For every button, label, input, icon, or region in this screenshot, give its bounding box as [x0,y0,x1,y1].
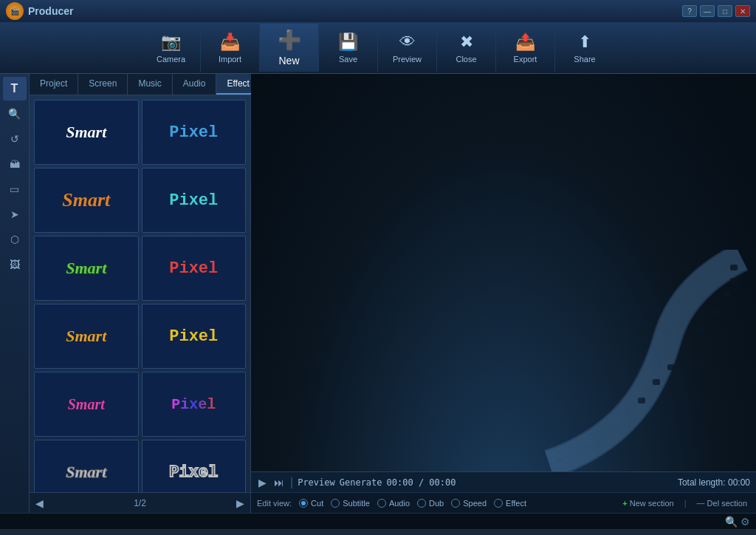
effect-label-2: Smart [62,189,110,211]
effect-item-6[interactable]: Smart [34,304,139,369]
radio-dub-label[interactable]: Dub [429,499,444,508]
step-forward-button[interactable]: ⏭ [272,477,286,488]
tool-landscape[interactable]: 🏔 [3,152,27,176]
radio-cut-input[interactable] [299,499,308,508]
play-button[interactable]: ▶ [257,477,268,488]
save-button[interactable]: 💾 Save [319,24,378,72]
effect-label-1: Pixel [169,123,218,142]
effect-item-9[interactable]: Pixel [142,372,247,437]
edit-view-label: Edit view: [257,499,292,508]
preview-canvas [251,74,756,471]
save-icon: 💾 [338,33,358,52]
effect-item-2[interactable]: Smart [34,168,139,233]
maximize-button[interactable]: □ [718,5,732,17]
help-button[interactable]: ? [682,5,697,17]
effect-item-3[interactable]: Pixel [142,168,247,233]
new-label: New [278,55,299,67]
time-display: 00:00 / 00:00 [387,477,456,488]
toolbar: 📷 Camera 📥 Import ➕ New 💾 Save 👁 Preview… [0,22,756,74]
panel-footer: ◀ 1/2 ▶ [30,492,250,513]
edit-view-bar: Edit view: Cut Subtitle Audio Dub Speed [251,492,756,513]
settings-icon[interactable]: ⚙ [740,516,750,528]
effect-item-1[interactable]: Pixel [142,100,247,165]
section-divider: | [684,499,687,508]
svg-rect-7 [653,379,660,385]
next-page-button[interactable]: ▶ [236,497,244,509]
preview-button[interactable]: 👁 Preview [378,24,437,72]
save-label: Save [339,55,357,64]
panel-tabs: Project Screen Music Audio Effect [30,74,250,95]
share-label: Share [574,55,595,64]
radio-speed-label[interactable]: Speed [463,499,487,508]
effect-item-7[interactable]: Pixel [142,304,247,369]
tool-image[interactable]: 🖼 [3,253,27,276]
camera-icon: 📷 [161,33,181,52]
radio-dub-input[interactable] [417,499,426,508]
radio-audio: Audio [377,499,410,508]
ctrl-divider: | [290,476,293,489]
radio-dub: Dub [417,499,444,508]
effect-item-0[interactable]: Smart [34,100,139,165]
radio-subtitle: Subtitle [331,499,370,508]
radio-audio-input[interactable] [377,499,386,508]
preview-btn-label: Preview [298,477,335,488]
close-media-label: Close [456,55,476,64]
minimize-button[interactable]: — [700,5,715,17]
tool-zoom[interactable]: 🔍 [3,102,27,126]
camera-button[interactable]: 📷 Camera [142,24,201,72]
left-sidebar: T 🔍 ↺ 🏔 ▭ ➤ ⬡ 🖼 [0,74,30,513]
zoom-out-icon[interactable]: 🔍 [725,516,738,528]
camera-label: Camera [157,55,185,64]
preview-label: Preview [393,55,422,64]
new-button[interactable]: ➕ New [260,24,319,72]
timeline-controls: ▶ ⏭ | Preview Generate 00:00 / 00:00 Tot… [251,471,756,492]
del-section-minus-icon: — [697,499,705,508]
svg-rect-1 [730,278,738,284]
close-media-button[interactable]: ✖ Close [437,24,496,72]
radio-effect-input[interactable] [494,499,503,508]
tab-project[interactable]: Project [30,74,78,95]
tool-crop[interactable]: ▭ [3,177,27,201]
film-strip-decoration [535,250,756,471]
del-section-label: Del section [707,499,747,508]
effect-item-4[interactable]: Smart [34,236,139,301]
new-section-label: New section [630,499,674,508]
prev-page-button[interactable]: ◀ [35,497,44,509]
tool-rotate[interactable]: ↺ [3,127,27,151]
effect-label-6: Smart [66,327,106,346]
effect-item-8[interactable]: Smart [34,372,139,437]
svg-rect-6 [667,364,675,370]
radio-subtitle-label[interactable]: Subtitle [343,499,370,508]
effect-item-11[interactable]: Pixel [142,440,247,492]
effect-label-9: Pixel [171,396,216,413]
new-section-plus-icon: + [622,499,627,508]
tool-text[interactable]: T [3,77,27,100]
close-button[interactable]: ✕ [735,5,750,17]
del-section-button[interactable]: — Del section [694,498,750,508]
app-logo: 🎬 [6,2,24,20]
radio-effect-label[interactable]: Effect [506,499,526,508]
titlebar-controls: ? — □ ✕ [682,5,750,17]
new-section-button[interactable]: + New section [619,498,676,508]
import-button[interactable]: 📥 Import [201,24,260,72]
radio-cut-label[interactable]: Cut [311,499,323,508]
tab-screen[interactable]: Screen [78,74,128,95]
effect-item-5[interactable]: Pixel [142,236,247,301]
tab-music[interactable]: Music [128,74,172,95]
app-title: Producer [28,5,73,17]
svg-rect-2 [723,291,730,297]
tool-arrow[interactable]: ➤ [3,202,27,226]
tool-adjust[interactable]: ⬡ [3,228,27,251]
effect-label-11: Pixel [169,463,218,482]
effect-label-8: Smart [68,396,105,413]
radio-speed-input[interactable] [451,499,460,508]
export-button[interactable]: 📤 Export [496,24,555,72]
effect-item-10[interactable]: Smart [34,440,139,492]
radio-subtitle-input[interactable] [331,499,340,508]
share-button[interactable]: ⬆ Share [555,24,614,72]
effect-label-4: Smart [66,259,106,278]
share-icon: ⬆ [578,33,591,52]
tab-audio[interactable]: Audio [173,74,217,95]
radio-audio-label[interactable]: Audio [389,499,410,508]
radio-effect: Effect [494,499,526,508]
